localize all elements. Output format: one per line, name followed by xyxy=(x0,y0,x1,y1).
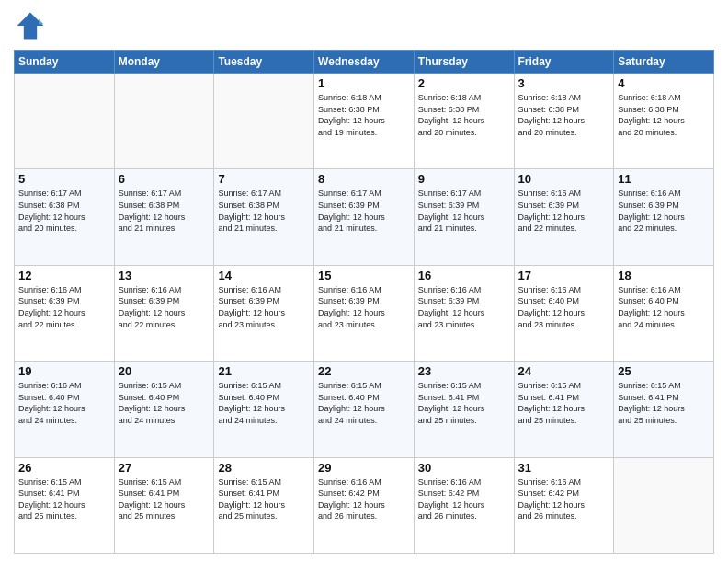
calendar-cell xyxy=(214,74,314,169)
calendar-cell: 4Sunrise: 6:18 AM Sunset: 6:38 PM Daylig… xyxy=(614,74,714,169)
day-number: 20 xyxy=(119,364,210,378)
day-number: 12 xyxy=(18,269,110,282)
calendar-cell: 8Sunrise: 6:17 AM Sunset: 6:39 PM Daylig… xyxy=(314,169,415,265)
day-number: 11 xyxy=(618,172,710,186)
day-info: Sunrise: 6:18 AM Sunset: 6:38 PM Dayligh… xyxy=(318,92,410,138)
day-info: Sunrise: 6:17 AM Sunset: 6:39 PM Dayligh… xyxy=(418,188,510,234)
calendar-cell xyxy=(614,457,714,553)
day-number: 5 xyxy=(18,172,110,186)
calendar-cell: 15Sunrise: 6:16 AM Sunset: 6:39 PM Dayli… xyxy=(314,265,415,361)
day-info: Sunrise: 6:18 AM Sunset: 6:38 PM Dayligh… xyxy=(418,92,510,138)
day-info: Sunrise: 6:18 AM Sunset: 6:38 PM Dayligh… xyxy=(518,92,610,138)
calendar-cell: 11Sunrise: 6:16 AM Sunset: 6:39 PM Dayli… xyxy=(614,169,714,265)
calendar-cell: 6Sunrise: 6:17 AM Sunset: 6:38 PM Daylig… xyxy=(114,169,214,265)
day-number: 17 xyxy=(518,269,610,282)
col-header-sunday: Sunday xyxy=(15,51,115,74)
day-info: Sunrise: 6:15 AM Sunset: 6:41 PM Dayligh… xyxy=(218,477,310,523)
calendar-cell: 12Sunrise: 6:16 AM Sunset: 6:39 PM Dayli… xyxy=(15,265,115,361)
day-number: 4 xyxy=(618,76,710,90)
day-number: 24 xyxy=(518,364,610,378)
day-number: 3 xyxy=(518,76,610,90)
calendar-cell: 20Sunrise: 6:15 AM Sunset: 6:40 PM Dayli… xyxy=(114,362,214,457)
day-info: Sunrise: 6:16 AM Sunset: 6:39 PM Dayligh… xyxy=(318,284,410,330)
day-info: Sunrise: 6:15 AM Sunset: 6:40 PM Dayligh… xyxy=(218,380,310,426)
day-info: Sunrise: 6:15 AM Sunset: 6:41 PM Dayligh… xyxy=(119,477,210,523)
calendar-cell: 17Sunrise: 6:16 AM Sunset: 6:40 PM Dayli… xyxy=(514,265,614,361)
day-info: Sunrise: 6:16 AM Sunset: 6:39 PM Dayligh… xyxy=(119,284,210,330)
day-info: Sunrise: 6:16 AM Sunset: 6:42 PM Dayligh… xyxy=(418,477,510,523)
calendar-cell: 28Sunrise: 6:15 AM Sunset: 6:41 PM Dayli… xyxy=(214,457,314,553)
col-header-monday: Monday xyxy=(114,51,214,74)
header xyxy=(14,9,714,42)
calendar-cell: 16Sunrise: 6:16 AM Sunset: 6:39 PM Dayli… xyxy=(414,265,514,361)
calendar-header-row: SundayMondayTuesdayWednesdayThursdayFrid… xyxy=(15,51,714,74)
calendar-cell: 3Sunrise: 6:18 AM Sunset: 6:38 PM Daylig… xyxy=(514,74,614,169)
calendar-week-1: 5Sunrise: 6:17 AM Sunset: 6:38 PM Daylig… xyxy=(15,169,714,265)
day-info: Sunrise: 6:17 AM Sunset: 6:38 PM Dayligh… xyxy=(119,188,210,234)
col-header-thursday: Thursday xyxy=(414,51,514,74)
day-info: Sunrise: 6:15 AM Sunset: 6:41 PM Dayligh… xyxy=(518,380,610,426)
day-number: 27 xyxy=(119,461,210,475)
day-number: 28 xyxy=(218,461,310,475)
col-header-saturday: Saturday xyxy=(614,51,714,74)
calendar-cell: 9Sunrise: 6:17 AM Sunset: 6:39 PM Daylig… xyxy=(414,169,514,265)
calendar-week-4: 26Sunrise: 6:15 AM Sunset: 6:41 PM Dayli… xyxy=(15,457,714,553)
calendar-cell xyxy=(15,74,115,169)
calendar-cell: 25Sunrise: 6:15 AM Sunset: 6:41 PM Dayli… xyxy=(614,362,714,457)
day-info: Sunrise: 6:16 AM Sunset: 6:39 PM Dayligh… xyxy=(518,188,610,234)
calendar-table: SundayMondayTuesdayWednesdayThursdayFrid… xyxy=(14,50,714,554)
day-number: 19 xyxy=(18,364,110,378)
day-number: 15 xyxy=(318,269,410,282)
day-number: 21 xyxy=(218,364,310,378)
logo xyxy=(14,9,51,42)
day-number: 18 xyxy=(618,269,710,282)
day-number: 9 xyxy=(418,172,510,186)
day-info: Sunrise: 6:16 AM Sunset: 6:42 PM Dayligh… xyxy=(318,477,410,523)
day-number: 29 xyxy=(318,461,410,475)
day-number: 1 xyxy=(318,76,410,90)
calendar-cell: 26Sunrise: 6:15 AM Sunset: 6:41 PM Dayli… xyxy=(15,457,115,553)
day-info: Sunrise: 6:16 AM Sunset: 6:42 PM Dayligh… xyxy=(518,477,610,523)
day-info: Sunrise: 6:15 AM Sunset: 6:41 PM Dayligh… xyxy=(18,477,110,523)
day-info: Sunrise: 6:15 AM Sunset: 6:40 PM Dayligh… xyxy=(119,380,210,426)
day-number: 14 xyxy=(218,269,310,282)
day-info: Sunrise: 6:18 AM Sunset: 6:38 PM Dayligh… xyxy=(618,92,710,138)
day-number: 22 xyxy=(318,364,410,378)
calendar-cell: 18Sunrise: 6:16 AM Sunset: 6:40 PM Dayli… xyxy=(614,265,714,361)
day-number: 25 xyxy=(618,364,710,378)
calendar-cell: 31Sunrise: 6:16 AM Sunset: 6:42 PM Dayli… xyxy=(514,457,614,553)
calendar-cell: 7Sunrise: 6:17 AM Sunset: 6:38 PM Daylig… xyxy=(214,169,314,265)
calendar-cell: 23Sunrise: 6:15 AM Sunset: 6:41 PM Dayli… xyxy=(414,362,514,457)
calendar-cell: 22Sunrise: 6:15 AM Sunset: 6:40 PM Dayli… xyxy=(314,362,415,457)
calendar-cell: 24Sunrise: 6:15 AM Sunset: 6:41 PM Dayli… xyxy=(514,362,614,457)
day-info: Sunrise: 6:16 AM Sunset: 6:40 PM Dayligh… xyxy=(518,284,610,330)
calendar-cell: 29Sunrise: 6:16 AM Sunset: 6:42 PM Dayli… xyxy=(314,457,415,553)
day-info: Sunrise: 6:17 AM Sunset: 6:38 PM Dayligh… xyxy=(218,188,310,234)
day-info: Sunrise: 6:16 AM Sunset: 6:39 PM Dayligh… xyxy=(18,284,110,330)
day-number: 8 xyxy=(318,172,410,186)
day-info: Sunrise: 6:15 AM Sunset: 6:41 PM Dayligh… xyxy=(418,380,510,426)
calendar-cell: 1Sunrise: 6:18 AM Sunset: 6:38 PM Daylig… xyxy=(314,74,415,169)
col-header-tuesday: Tuesday xyxy=(214,51,314,74)
day-info: Sunrise: 6:16 AM Sunset: 6:39 PM Dayligh… xyxy=(618,188,710,234)
calendar-cell: 21Sunrise: 6:15 AM Sunset: 6:40 PM Dayli… xyxy=(214,362,314,457)
calendar-cell: 19Sunrise: 6:16 AM Sunset: 6:40 PM Dayli… xyxy=(15,362,115,457)
logo-icon xyxy=(14,9,47,42)
calendar-cell: 10Sunrise: 6:16 AM Sunset: 6:39 PM Dayli… xyxy=(514,169,614,265)
col-header-friday: Friday xyxy=(514,51,614,74)
day-number: 7 xyxy=(218,172,310,186)
day-number: 30 xyxy=(418,461,510,475)
day-info: Sunrise: 6:15 AM Sunset: 6:41 PM Dayligh… xyxy=(618,380,710,426)
day-info: Sunrise: 6:16 AM Sunset: 6:40 PM Dayligh… xyxy=(18,380,110,426)
calendar-week-2: 12Sunrise: 6:16 AM Sunset: 6:39 PM Dayli… xyxy=(15,265,714,361)
calendar-cell: 27Sunrise: 6:15 AM Sunset: 6:41 PM Dayli… xyxy=(114,457,214,553)
day-number: 31 xyxy=(518,461,610,475)
day-number: 26 xyxy=(18,461,110,475)
col-header-wednesday: Wednesday xyxy=(314,51,415,74)
calendar-cell: 30Sunrise: 6:16 AM Sunset: 6:42 PM Dayli… xyxy=(414,457,514,553)
calendar-week-0: 1Sunrise: 6:18 AM Sunset: 6:38 PM Daylig… xyxy=(15,74,714,169)
day-number: 16 xyxy=(418,269,510,282)
day-info: Sunrise: 6:16 AM Sunset: 6:40 PM Dayligh… xyxy=(618,284,710,330)
day-info: Sunrise: 6:17 AM Sunset: 6:39 PM Dayligh… xyxy=(318,188,410,234)
calendar-cell xyxy=(114,74,214,169)
